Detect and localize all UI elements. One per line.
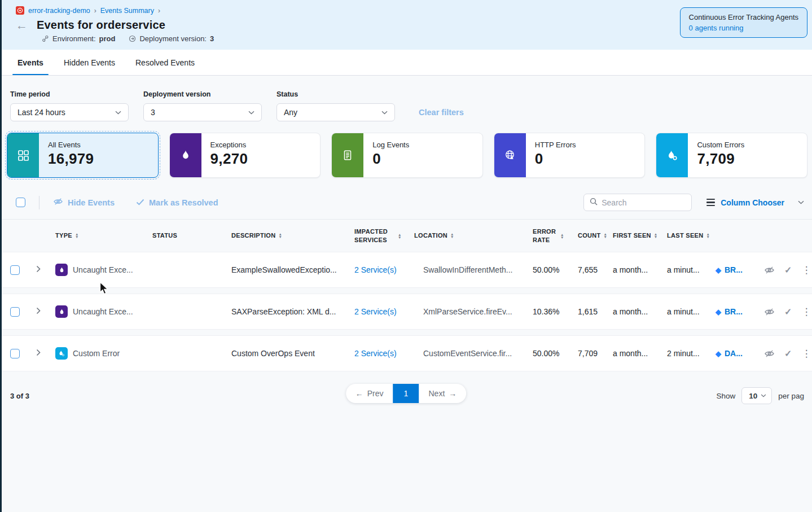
mark-resolved-button[interactable]: Mark as Resolved <box>136 198 218 207</box>
search-input[interactable] <box>602 198 681 207</box>
card-label: All Events <box>48 141 94 149</box>
agents-box-title: Continuous Error Tracking Agents <box>689 13 798 21</box>
column-label: COUNT <box>578 231 601 239</box>
deployment-version-value: 3 <box>151 108 155 117</box>
row-menu-icon[interactable]: ⋮ <box>801 264 811 276</box>
sort-icon[interactable]: ▲▼ <box>604 233 608 238</box>
deployment-version-select[interactable]: 3 <box>143 103 262 121</box>
search-icon <box>590 198 598 208</box>
back-arrow-icon[interactable]: ← <box>16 19 28 31</box>
tab-hidden-events[interactable]: Hidden Events <box>56 50 122 75</box>
flame-icon <box>170 133 201 177</box>
status-select[interactable]: Any <box>276 103 395 121</box>
table-row[interactable]: Uncaught Exce... SAXParseException: XML … <box>0 294 812 330</box>
chevron-right-icon[interactable] <box>34 349 55 358</box>
resolve-event-icon[interactable]: ✓ <box>784 265 792 275</box>
ticket-id: DA... <box>725 349 743 358</box>
sort-icon[interactable]: ▲▼ <box>560 233 564 239</box>
filters-bar: Time period Last 24 hours Deployment ver… <box>0 76 812 121</box>
deployment-version-icon <box>129 35 136 42</box>
event-type: Uncaught Exce... <box>73 265 133 274</box>
card-exceptions[interactable]: Exceptions 9,270 <box>169 133 321 178</box>
column-label: LOCATION <box>414 231 447 239</box>
ticket-link[interactable]: ◆DA... <box>716 349 764 358</box>
impacted-services-link[interactable]: 2 Service(s) <box>354 265 414 274</box>
resolve-event-icon[interactable]: ✓ <box>784 348 792 359</box>
chevron-right-icon[interactable] <box>34 265 55 274</box>
tabbar: Events Hidden Events Resolved Events <box>0 50 812 76</box>
sort-icon[interactable]: ▲▼ <box>450 233 454 238</box>
prev-page-button[interactable]: ←Prev <box>346 384 393 403</box>
breadcrumb-separator: › <box>158 7 160 15</box>
clear-filters-button[interactable]: Clear filters <box>414 108 464 121</box>
column-header-description: DESCRIPTION▲▼ <box>231 231 354 239</box>
eye-slash-icon <box>53 198 63 207</box>
page-title: Events for orderservice <box>37 19 165 32</box>
page-number-button[interactable]: 1 <box>393 384 419 403</box>
pager: ←Prev 1 Next→ <box>346 384 467 403</box>
sort-icon[interactable]: ▲▼ <box>654 233 658 238</box>
collapsed-nav-edge <box>0 0 2 512</box>
column-label: ERROR RATE <box>533 227 558 244</box>
sort-icon[interactable]: ▲▼ <box>75 233 79 238</box>
card-http-errors[interactable]: HTTP Errors 0 <box>494 133 646 178</box>
arrow-right-icon: → <box>449 389 457 398</box>
card-custom-errors[interactable]: Custom Errors 7,709 <box>656 133 807 178</box>
event-location: CustomEventService.fir... <box>414 349 533 358</box>
status-filter-label: Status <box>276 90 395 98</box>
hide-events-button[interactable]: Hide Events <box>53 198 115 207</box>
hide-event-icon[interactable] <box>764 349 775 358</box>
ticket-link[interactable]: ◆BR... <box>716 307 764 316</box>
sort-icon[interactable]: ▲▼ <box>278 233 282 238</box>
mark-resolved-label: Mark as Resolved <box>149 198 218 207</box>
chevron-right-icon[interactable] <box>34 307 55 316</box>
next-page-button[interactable]: Next→ <box>419 384 467 403</box>
sort-icon[interactable]: ▲▼ <box>398 233 402 239</box>
table-row[interactable]: Uncaught Exce... ExampleSwallowedExcepti… <box>0 252 812 288</box>
impacted-services-link[interactable]: 2 Service(s) <box>354 349 414 358</box>
deployment-version-label: Deployment version <box>143 90 262 98</box>
card-value: 9,270 <box>210 150 248 168</box>
event-type: Uncaught Exce... <box>73 307 133 316</box>
breadcrumb-project-link[interactable]: error-tracking-demo <box>28 7 90 15</box>
breadcrumb-separator: › <box>94 7 96 15</box>
impacted-services-link[interactable]: 2 Service(s) <box>354 307 414 316</box>
card-label: Exceptions <box>210 141 248 149</box>
tab-hidden-events-label: Hidden Events <box>64 58 115 67</box>
ticket-link[interactable]: ◆BR... <box>716 265 764 274</box>
row-menu-icon[interactable]: ⋮ <box>801 306 811 318</box>
resolve-event-icon[interactable]: ✓ <box>784 307 792 317</box>
table-row[interactable]: Custom Error Custom OverOps Event 2 Serv… <box>0 335 812 371</box>
tab-events-label: Events <box>17 58 43 67</box>
column-header-last-seen: LAST SEEN▲▼ <box>667 231 716 239</box>
tab-events[interactable]: Events <box>10 50 51 75</box>
card-value: 0 <box>535 150 576 168</box>
sort-icon[interactable]: ▲▼ <box>706 233 710 238</box>
page-size-select[interactable]: 10 <box>741 387 772 404</box>
row-checkbox[interactable] <box>10 349 20 358</box>
page-size-value: 10 <box>749 392 757 400</box>
flame-icon <box>55 305 68 318</box>
per-page-label: per pag <box>778 392 804 400</box>
card-log-events[interactable]: Log Events 0 <box>331 133 483 178</box>
tab-resolved-events[interactable]: Resolved Events <box>128 50 202 75</box>
row-checkbox[interactable] <box>10 265 20 275</box>
chevron-down-icon <box>248 111 254 115</box>
hide-event-icon[interactable] <box>764 266 775 274</box>
event-count: 1,615 <box>578 307 613 316</box>
column-label: LAST SEEN <box>667 231 703 239</box>
last-seen: 2 minut... <box>667 349 716 358</box>
row-checkbox[interactable] <box>10 307 20 317</box>
hide-event-icon[interactable] <box>764 308 775 316</box>
row-menu-icon[interactable]: ⋮ <box>801 348 811 360</box>
search-box <box>583 194 692 211</box>
time-period-select[interactable]: Last 24 hours <box>10 103 129 121</box>
card-all-events[interactable]: All Events 16,979 <box>7 133 159 178</box>
breadcrumb-section-link[interactable]: Events Summary <box>100 7 154 15</box>
next-label: Next <box>429 389 445 398</box>
event-count: 7,655 <box>578 265 613 274</box>
column-label: STATUS <box>152 231 177 239</box>
select-all-checkbox[interactable] <box>16 198 25 207</box>
agents-running-link[interactable]: 0 agents running <box>689 24 798 32</box>
column-chooser-button[interactable]: Column Chooser <box>706 198 804 207</box>
